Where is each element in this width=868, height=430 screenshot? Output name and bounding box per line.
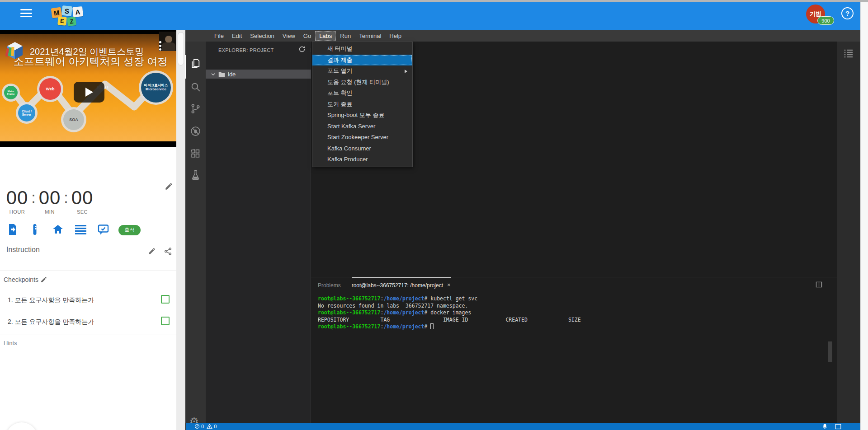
- lecture-video-player[interactable]: 2021년4월2일 이벤트스토밍 소프트웨어 아키텍처의 성장 여정 Main-…: [0, 30, 176, 147]
- user-score-badge: 900: [817, 16, 834, 25]
- hints-title: Hints: [4, 340, 17, 346]
- submenu-arrow-icon: [405, 70, 407, 73]
- toggle-panel-icon[interactable]: [835, 424, 841, 430]
- debug-disabled-view-icon[interactable]: [190, 126, 201, 137]
- video-play-button[interactable]: [74, 82, 104, 103]
- split-terminal-icon[interactable]: [816, 281, 822, 288]
- warning-icon: [207, 424, 212, 429]
- divider: [0, 241, 176, 241]
- timer-hours-label: HOUR: [5, 209, 29, 215]
- help-icon[interactable]: ?: [841, 7, 854, 19]
- node-soa: SOA: [63, 109, 84, 130]
- explorer-header-title: EXPLORER: PROJECT: [218, 47, 274, 53]
- menu-run[interactable]: Run: [336, 31, 355, 41]
- menu-view[interactable]: View: [278, 31, 299, 41]
- instruction-edit-pencil-icon[interactable]: [148, 247, 156, 255]
- explorer-panel: EXPLORER: PROJECT ··· ide: [206, 42, 311, 423]
- search-view-icon[interactable]: [190, 81, 201, 93]
- node-client-server: Client / Server: [18, 104, 35, 122]
- folder-name: ide: [228, 71, 236, 78]
- labs-menu-item[interactable]: Start Kafka Server: [312, 121, 412, 132]
- menu-terminal[interactable]: Terminal: [355, 31, 385, 41]
- timer-edit-pencil-icon[interactable]: [165, 182, 173, 191]
- close-tab-icon[interactable]: ×: [447, 282, 451, 288]
- checkpoint-checkbox[interactable]: [161, 295, 170, 304]
- notifications-bell-icon[interactable]: [822, 423, 828, 430]
- file-export-icon[interactable]: [7, 224, 18, 235]
- menu-labs[interactable]: Labs: [315, 31, 336, 41]
- labs-menu-item[interactable]: 도커 종료: [312, 99, 412, 110]
- test-tube-icon[interactable]: [32, 224, 38, 235]
- sidebar-scrollbar[interactable]: [176, 30, 185, 430]
- terminal-output[interactable]: root@labs--366752717:/home/project# kube…: [318, 295, 805, 331]
- menu-selection[interactable]: Selection: [246, 31, 278, 41]
- error-count: 0: [201, 424, 204, 429]
- timer-minutes-label: MIN: [38, 209, 61, 215]
- chat-fab-button[interactable]: [6, 422, 38, 430]
- session-timer: 00 HOUR : 00 MIN : 00 SEC: [5, 188, 109, 215]
- instruction-share-icon[interactable]: [164, 247, 172, 256]
- tab-problems[interactable]: Problems: [318, 277, 341, 293]
- checkpoint-checkbox[interactable]: [161, 317, 170, 325]
- labs-menu-item[interactable]: 포트 확인: [312, 88, 412, 99]
- sidebar-scrollbar-thumb[interactable]: [178, 32, 184, 65]
- logo-tile: S: [61, 5, 72, 16]
- list-icon[interactable]: [75, 224, 86, 234]
- instruction-title: Instruction: [6, 246, 40, 254]
- checkpoints-edit-pencil-icon[interactable]: [40, 276, 47, 283]
- video-title-line2: 소프트웨어 아키텍처의 성장 여정: [14, 55, 168, 69]
- menu-file[interactable]: File: [210, 31, 228, 41]
- source-control-view-icon[interactable]: [190, 103, 201, 114]
- node-mainframe: Main- Frame: [4, 86, 18, 99]
- labs-dropdown-menu: 새 터미널결과 제출포트 열기도움 요청 (현재 터미널)포트 확인도커 종료S…: [312, 42, 413, 167]
- hamburger-menu-icon[interactable]: [20, 9, 32, 18]
- labs-menu-item[interactable]: 새 터미널: [312, 43, 412, 55]
- lab-flask-view-icon[interactable]: [190, 169, 201, 181]
- labs-menu-item[interactable]: Spring-boot 모두 종료: [312, 110, 412, 121]
- labs-menu-item[interactable]: 결과 제출: [312, 55, 412, 66]
- ide-menubar: FileEditSelectionViewGoLabsRunTerminalHe…: [185, 30, 860, 42]
- tab-terminal[interactable]: root@labs--366752717: /home/project ×: [352, 277, 451, 293]
- extensions-view-icon[interactable]: [190, 148, 201, 159]
- menu-edit[interactable]: Edit: [228, 31, 246, 41]
- menu-help[interactable]: Help: [385, 31, 406, 41]
- checkpoints-title: Checkpoints: [4, 276, 38, 283]
- terminal-scrollbar-thumb[interactable]: [828, 341, 832, 362]
- problems-status-item[interactable]: 0 0: [192, 424, 217, 429]
- terminal-line: No resources found in labs--366752717 na…: [318, 303, 805, 310]
- attendance-button[interactable]: 출석: [118, 225, 141, 235]
- terminal-cursor: [430, 323, 434, 329]
- explorer-view-icon[interactable]: [190, 58, 201, 69]
- labs-menu-item[interactable]: 포트 열기: [312, 65, 412, 77]
- labs-menu-item[interactable]: Start Zookeeper Server: [312, 132, 412, 143]
- ide-status-bar: 0 0: [186, 423, 860, 430]
- node-web: Web: [39, 78, 61, 100]
- timer-minutes: 00: [38, 188, 61, 208]
- ide-workspace: FileEditSelectionViewGoLabsRunTerminalHe…: [185, 30, 860, 430]
- explorer-folder-row[interactable]: ide: [206, 70, 311, 79]
- chat-check-icon[interactable]: [98, 224, 109, 236]
- timer-colon: :: [29, 188, 38, 215]
- home-icon[interactable]: [52, 224, 63, 235]
- labs-menu-item[interactable]: 도움 요청 (현재 터미널): [312, 77, 412, 88]
- terminal-line: REPOSITORY TAG IMAGE ID CREATED SIZE: [318, 317, 805, 324]
- refresh-icon[interactable]: [298, 46, 306, 53]
- bottom-panel: Problems root@labs--366752717: /home/pro…: [311, 277, 837, 423]
- lesson-action-bar: 출석: [0, 223, 176, 238]
- labs-menu-item[interactable]: Kafka Producer: [312, 154, 412, 165]
- error-icon: [194, 424, 200, 429]
- active-view-indicator: [185, 55, 186, 79]
- node-microservice: 마이크로서비스 Microservice: [141, 73, 171, 103]
- browser-scrollbar[interactable]: [860, 2, 868, 430]
- divider: [0, 335, 176, 335]
- msaez-logo[interactable]: M S A E Z: [52, 4, 88, 29]
- tab-problems-label: Problems: [318, 282, 341, 289]
- menu-go[interactable]: Go: [299, 31, 315, 41]
- timer-seconds: 00: [71, 188, 94, 208]
- open-editors-list-icon[interactable]: [843, 48, 854, 59]
- video-more-options-icon[interactable]: [159, 41, 162, 52]
- panel-tabs: Problems root@labs--366752717: /home/pro…: [311, 277, 837, 293]
- play-icon: [84, 87, 94, 98]
- labs-menu-item[interactable]: Kafka Consumer: [312, 143, 412, 154]
- logo-tile: Z: [67, 17, 76, 26]
